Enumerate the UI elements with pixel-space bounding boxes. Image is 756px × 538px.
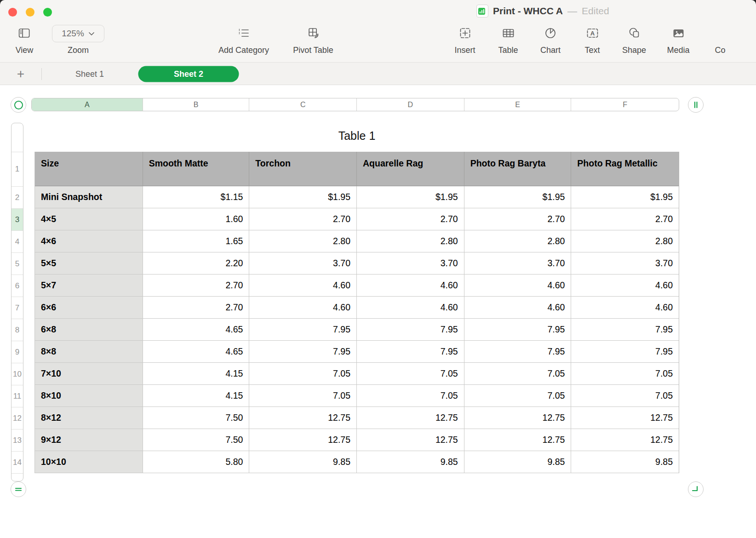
- cell-A10[interactable]: 7×10: [35, 363, 143, 385]
- zoom-dropdown[interactable]: 125%: [52, 25, 104, 42]
- tab-sheet-2[interactable]: Sheet 2: [138, 66, 239, 82]
- cell-A13[interactable]: 9×12: [35, 429, 143, 451]
- row-header-5[interactable]: 5: [11, 252, 23, 275]
- cell-E2[interactable]: $1.95: [464, 186, 572, 208]
- row-header-1[interactable]: 1: [11, 152, 23, 186]
- resize-table-button[interactable]: [688, 481, 704, 497]
- cell-B7[interactable]: 2.70: [143, 297, 250, 319]
- column-header-A[interactable]: A: [32, 98, 143, 111]
- cell-D14[interactable]: 9.85: [357, 451, 464, 473]
- cell-A12[interactable]: 8×12: [35, 407, 143, 429]
- fullscreen-button[interactable]: [43, 8, 52, 17]
- cell-B5[interactable]: 2.20: [143, 252, 250, 275]
- cell-F2[interactable]: $1.95: [571, 186, 679, 208]
- cell-B10[interactable]: 4.15: [143, 363, 250, 385]
- column-header-C[interactable]: C: [249, 98, 357, 111]
- row-header-12[interactable]: 12: [11, 407, 23, 429]
- add-column-button[interactable]: [688, 97, 704, 113]
- cell-C11[interactable]: 7.05: [249, 385, 357, 407]
- row-header-7[interactable]: 7: [11, 297, 23, 319]
- cell-F12[interactable]: 12.75: [571, 407, 679, 429]
- cell-E3[interactable]: 2.70: [464, 208, 572, 230]
- cell-A3[interactable]: 4×5: [35, 208, 143, 230]
- add-category-button[interactable]: Add Category: [218, 24, 269, 55]
- minimize-button[interactable]: [26, 8, 34, 17]
- cell-C5[interactable]: 3.70: [249, 252, 357, 275]
- row-header-11[interactable]: 11: [11, 385, 23, 407]
- row-header-13[interactable]: 13: [11, 429, 23, 451]
- column-header-E[interactable]: E: [464, 98, 572, 111]
- cell-D2[interactable]: $1.95: [357, 186, 464, 208]
- cell-B8[interactable]: 4.65: [143, 319, 250, 341]
- cell-D6[interactable]: 4.60: [357, 275, 464, 297]
- insert-button[interactable]: Insert: [454, 24, 475, 55]
- cell-F4[interactable]: 2.80: [571, 230, 679, 252]
- cell-A5[interactable]: 5×5: [35, 252, 143, 275]
- cell-C12[interactable]: 12.75: [249, 407, 357, 429]
- header-cell-C1[interactable]: Torchon: [249, 152, 357, 186]
- cell-B6[interactable]: 2.70: [143, 275, 250, 297]
- cell-D4[interactable]: 2.80: [357, 230, 464, 252]
- cell-A14[interactable]: 10×10: [35, 451, 143, 473]
- cell-B12[interactable]: 7.50: [143, 407, 250, 429]
- cell-D12[interactable]: 12.75: [357, 407, 464, 429]
- cell-D3[interactable]: 2.70: [357, 208, 464, 230]
- column-header-F[interactable]: F: [571, 98, 679, 111]
- cell-B11[interactable]: 4.15: [143, 385, 250, 407]
- chart-button[interactable]: Chart: [540, 24, 561, 55]
- cell-A2[interactable]: Mini Snapshot: [35, 186, 143, 208]
- cell-C14[interactable]: 9.85: [249, 451, 357, 473]
- row-header-4[interactable]: 4: [11, 230, 23, 252]
- cell-F9[interactable]: 7.95: [571, 341, 679, 363]
- cell-E13[interactable]: 12.75: [464, 429, 572, 451]
- cell-F8[interactable]: 7.95: [571, 319, 679, 341]
- cell-F6[interactable]: 4.60: [571, 275, 679, 297]
- add-sheet-button[interactable]: +: [17, 67, 24, 81]
- media-button[interactable]: Media: [667, 24, 689, 55]
- cell-E10[interactable]: 7.05: [464, 363, 572, 385]
- cell-E6[interactable]: 4.60: [464, 275, 572, 297]
- column-header-B[interactable]: B: [143, 98, 250, 111]
- cell-D5[interactable]: 3.70: [357, 252, 464, 275]
- cell-B9[interactable]: 4.65: [143, 341, 250, 363]
- table-button[interactable]: Table: [498, 24, 518, 55]
- cell-F13[interactable]: 12.75: [571, 429, 679, 451]
- cell-F11[interactable]: 7.05: [571, 385, 679, 407]
- header-cell-D1[interactable]: Aquarelle Rag: [357, 152, 464, 186]
- view-button[interactable]: View: [16, 24, 34, 55]
- cell-F10[interactable]: 7.05: [571, 363, 679, 385]
- cell-A8[interactable]: 6×8: [35, 319, 143, 341]
- cell-E4[interactable]: 2.80: [464, 230, 572, 252]
- cell-B13[interactable]: 7.50: [143, 429, 250, 451]
- cell-C13[interactable]: 12.75: [249, 429, 357, 451]
- cell-C4[interactable]: 2.80: [249, 230, 357, 252]
- header-cell-A1[interactable]: Size: [35, 152, 143, 186]
- tab-sheet-1[interactable]: Sheet 1: [75, 69, 104, 79]
- cell-C3[interactable]: 2.70: [249, 208, 357, 230]
- cell-E11[interactable]: 7.05: [464, 385, 572, 407]
- cell-D11[interactable]: 7.05: [357, 385, 464, 407]
- cell-D7[interactable]: 4.60: [357, 297, 464, 319]
- row-header-2[interactable]: 2: [11, 186, 23, 208]
- cell-A11[interactable]: 8×10: [35, 385, 143, 407]
- cell-C7[interactable]: 4.60: [249, 297, 357, 319]
- add-row-button[interactable]: [11, 481, 26, 497]
- row-header-10[interactable]: 10: [11, 363, 23, 385]
- row-header-3[interactable]: 3: [11, 208, 23, 230]
- cell-A9[interactable]: 8×8: [35, 341, 143, 363]
- close-button[interactable]: [8, 8, 17, 17]
- cell-E9[interactable]: 7.95: [464, 341, 572, 363]
- cell-F5[interactable]: 3.70: [571, 252, 679, 275]
- header-cell-B1[interactable]: Smooth Matte: [143, 152, 250, 186]
- cell-F3[interactable]: 2.70: [571, 208, 679, 230]
- cell-C2[interactable]: $1.95: [249, 186, 357, 208]
- pivot-table-button[interactable]: Pivot Table: [293, 24, 333, 55]
- table-select-handle[interactable]: [11, 97, 26, 113]
- column-header-D[interactable]: D: [357, 98, 464, 111]
- cell-E7[interactable]: 4.60: [464, 297, 572, 319]
- cell-B14[interactable]: 5.80: [143, 451, 250, 473]
- cell-A4[interactable]: 4×6: [35, 230, 143, 252]
- cell-F14[interactable]: 9.85: [571, 451, 679, 473]
- row-header-8[interactable]: 8: [11, 319, 23, 341]
- cell-C8[interactable]: 7.95: [249, 319, 357, 341]
